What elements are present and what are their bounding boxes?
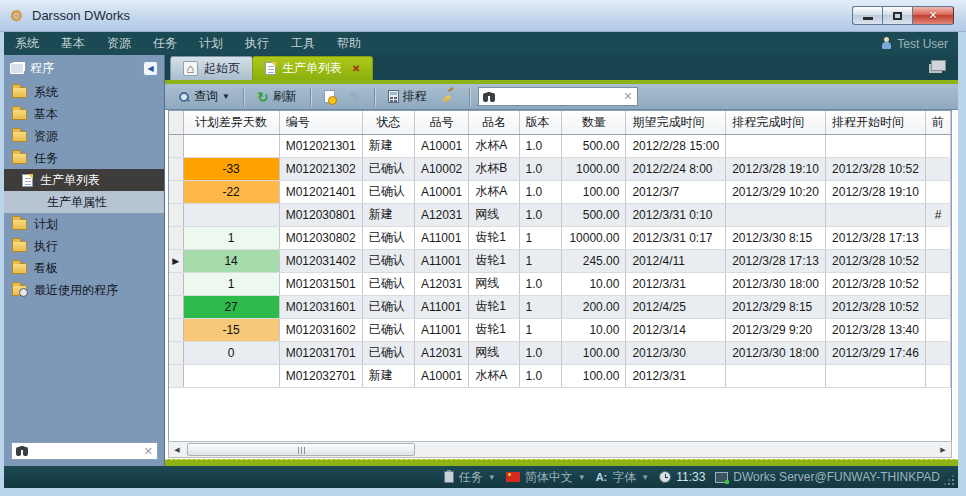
font-dropdown-icon[interactable]: ▼: [641, 473, 649, 482]
menu-item-1[interactable]: 基本: [50, 32, 96, 55]
tab-1[interactable]: 生产单列表✕: [252, 56, 373, 80]
menu-item-4[interactable]: 计划: [188, 32, 234, 55]
sidebar-item-9[interactable]: 最近使用的程序: [4, 279, 164, 301]
query-button[interactable]: 查询 ▼: [173, 86, 235, 107]
row-selector[interactable]: [169, 295, 183, 318]
sidebar-item-3[interactable]: 任务: [4, 147, 164, 169]
table-row[interactable]: M012032701新建A10001水杯A1.0100.002012/3/31: [169, 364, 951, 387]
cell-qty: 100.00: [562, 341, 626, 364]
horizontal-scrollbar[interactable]: ◀ ▶: [168, 441, 952, 458]
table-row[interactable]: 1M012030802已确认A11001齿轮1110000.002012/3/3…: [169, 226, 951, 249]
cell-diff: -22: [183, 180, 279, 203]
sidebar-item-2[interactable]: 资源: [4, 125, 164, 147]
menu-item-2[interactable]: 资源: [96, 32, 142, 55]
column-header-itemName[interactable]: 品名: [469, 111, 519, 134]
statusbar-task[interactable]: 任务 ▼: [444, 469, 496, 486]
statusbar-server: DWorks Server@FUNWAY-THINKPAD: [715, 470, 940, 484]
sidebar-item-0[interactable]: 系统: [4, 81, 164, 103]
column-header-schedStart[interactable]: 排程开始时间: [826, 111, 926, 134]
schedule-button[interactable]: 排程: [383, 86, 432, 107]
sidebar-item-4[interactable]: 生产单列表: [4, 169, 164, 191]
refresh-button[interactable]: ↻ 刷新: [252, 86, 302, 107]
column-header-version[interactable]: 版本: [519, 111, 562, 134]
new-button[interactable]: [319, 88, 340, 105]
scroll-left-icon[interactable]: ◀: [169, 442, 185, 457]
cell-qty: 500.00: [562, 134, 626, 157]
sidebar-search-input[interactable]: [29, 445, 144, 457]
query-dropdown-icon[interactable]: ▼: [222, 92, 230, 101]
row-selector[interactable]: [169, 341, 183, 364]
column-header-orderNo[interactable]: 编号: [279, 111, 362, 134]
cell-schedStart: 2012/3/29 17:46: [826, 341, 926, 364]
column-header-diff[interactable]: 计划差异天数: [183, 111, 279, 134]
cell-due: 2012/3/14: [626, 318, 726, 341]
table-row[interactable]: -15M012031602已确认A11001齿轮1110.002012/3/14…: [169, 318, 951, 341]
row-selector[interactable]: [169, 180, 183, 203]
row-selector-header: [169, 111, 183, 134]
close-button[interactable]: ✕: [912, 6, 954, 25]
maximize-button[interactable]: [882, 6, 912, 25]
current-row-marker[interactable]: ▶: [169, 249, 183, 272]
cell-extra: [925, 180, 950, 203]
sidebar-item-8[interactable]: 看板: [4, 257, 164, 279]
scrollbar-thumb[interactable]: [187, 443, 415, 456]
row-selector[interactable]: [169, 203, 183, 226]
menu-item-5[interactable]: 执行: [234, 32, 280, 55]
table-row[interactable]: -22M012021401已确认A10001水杯A1.0100.002012/3…: [169, 180, 951, 203]
cell-schedStart: 2012/3/28 10:52: [826, 157, 926, 180]
row-selector[interactable]: [169, 134, 183, 157]
statusbar-language[interactable]: 简体中文 ▼: [506, 469, 586, 486]
window-list-icon[interactable]: [931, 60, 946, 71]
toolbar-search-input[interactable]: [500, 91, 620, 103]
row-selector[interactable]: [169, 226, 183, 249]
cell-status: 已确认: [362, 295, 414, 318]
refresh-icon: ↻: [257, 91, 269, 103]
sidebar-item-label: 生产单属性: [47, 194, 107, 211]
cell-diff: 1: [183, 226, 279, 249]
column-header-schedEnd[interactable]: 排程完成时间: [726, 111, 826, 134]
column-header-extra[interactable]: 前: [925, 111, 950, 134]
column-header-itemNo[interactable]: 品号: [414, 111, 468, 134]
row-selector[interactable]: [169, 157, 183, 180]
table-row[interactable]: -33M012021302已确认A10002水杯B1.01000.002012/…: [169, 157, 951, 180]
minimize-button[interactable]: [852, 6, 882, 25]
row-selector[interactable]: [169, 364, 183, 387]
table-row[interactable]: ▶14M012031402已确认A11001齿轮11245.002012/4/1…: [169, 249, 951, 272]
sidebar-item-6[interactable]: 计划: [4, 213, 164, 235]
statusbar-font[interactable]: A: 字体 ▼: [596, 469, 650, 486]
query-label: 查询: [194, 88, 218, 105]
edit-button[interactable]: ✎: [345, 87, 366, 106]
menu-item-3[interactable]: 任务: [142, 32, 188, 55]
sidebar-item-5[interactable]: 生产单属性: [4, 191, 164, 213]
tab-0[interactable]: ⌂起始页: [170, 56, 253, 80]
row-selector[interactable]: [169, 272, 183, 295]
user-indicator[interactable]: Test User: [881, 32, 948, 55]
sidebar-search-clear-icon[interactable]: ✕: [144, 446, 153, 457]
folder-icon: [12, 153, 27, 164]
cell-extra: [925, 272, 950, 295]
table-row[interactable]: M012021301新建A10001水杯A1.0500.002012/2/28 …: [169, 134, 951, 157]
menu-item-0[interactable]: 系统: [4, 32, 50, 55]
cell-diff: 27: [183, 295, 279, 318]
column-header-qty[interactable]: 数量: [562, 111, 626, 134]
toolbar-search-clear-icon[interactable]: ✕: [623, 91, 632, 102]
table-row[interactable]: M012030801新建A12031网线1.0500.002012/3/31 0…: [169, 203, 951, 226]
clean-button[interactable]: [437, 88, 461, 106]
sidebar-item-7[interactable]: 执行: [4, 235, 164, 257]
table-row[interactable]: 1M012031501已确认A12031网线1.010.002012/3/312…: [169, 272, 951, 295]
sidebar-item-1[interactable]: 基本: [4, 103, 164, 125]
resize-grip-icon[interactable]: [944, 475, 954, 485]
scroll-right-icon[interactable]: ▶: [935, 442, 951, 457]
tab-close-icon[interactable]: ✕: [352, 63, 360, 74]
cell-extra: #: [925, 203, 950, 226]
language-dropdown-icon[interactable]: ▼: [578, 473, 586, 482]
column-header-status[interactable]: 状态: [362, 111, 414, 134]
menu-item-7[interactable]: 帮助: [326, 32, 372, 55]
sidebar-collapse-button[interactable]: ◀: [143, 61, 158, 76]
menu-item-6[interactable]: 工具: [280, 32, 326, 55]
table-row[interactable]: 27M012031601已确认A11001齿轮11200.002012/4/25…: [169, 295, 951, 318]
task-dropdown-icon[interactable]: ▼: [488, 473, 496, 482]
column-header-due[interactable]: 期望完成时间: [626, 111, 726, 134]
row-selector[interactable]: [169, 318, 183, 341]
table-row[interactable]: 0M012031701已确认A12031网线1.0100.002012/3/30…: [169, 341, 951, 364]
